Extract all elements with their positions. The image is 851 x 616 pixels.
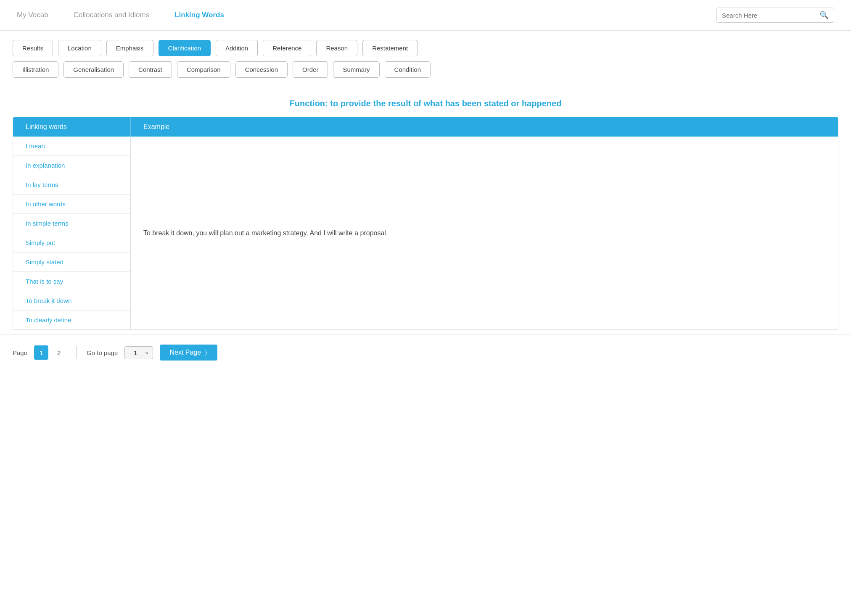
- cat-illustration[interactable]: Illistration: [13, 61, 58, 78]
- next-page-button[interactable]: Next Page 〉: [160, 345, 218, 361]
- word-in-simple-terms[interactable]: In simple terms: [13, 214, 130, 233]
- word-to-clearly-define[interactable]: To clearly define: [13, 311, 130, 329]
- table-header: Linking words Example: [13, 117, 838, 137]
- category-row-2: Illistration Generalisation Contrast Com…: [13, 61, 838, 78]
- page-numbers: 1 2: [34, 345, 66, 360]
- word-that-is-to-say[interactable]: That is to say: [13, 272, 130, 291]
- word-to-break-it-down[interactable]: To break it down: [13, 291, 130, 311]
- function-heading: Function: to provide the result of what …: [0, 99, 851, 108]
- top-nav: My Vocab Collocations and Idioms Linking…: [0, 0, 851, 31]
- word-in-lay-terms[interactable]: In lay terms: [13, 175, 130, 195]
- cat-emphasis[interactable]: Emphasis: [106, 40, 153, 56]
- page-1-button[interactable]: 1: [34, 345, 48, 360]
- cat-summary[interactable]: Summary: [333, 61, 379, 78]
- go-to-arrows-icon[interactable]: »: [145, 350, 148, 356]
- nav-linking-words[interactable]: Linking Words: [174, 11, 224, 19]
- cat-location[interactable]: Location: [58, 40, 101, 56]
- word-i-mean[interactable]: I mean: [13, 137, 130, 156]
- nav-links: My Vocab Collocations and Idioms Linking…: [17, 11, 716, 19]
- cat-reason[interactable]: Reason: [316, 40, 357, 56]
- words-column: I mean In explanation In lay terms In ot…: [13, 137, 131, 329]
- cat-generalisation[interactable]: Generalisation: [63, 61, 124, 78]
- categories: Results Location Emphasis Clarification …: [0, 31, 851, 87]
- word-in-other-words[interactable]: In other words: [13, 195, 130, 214]
- next-page-label: Next Page: [170, 349, 201, 356]
- table-container: Linking words Example I mean In explanat…: [13, 117, 838, 330]
- cat-addition[interactable]: Addition: [216, 40, 258, 56]
- search-icon[interactable]: 🔍: [819, 11, 829, 20]
- cat-contrast[interactable]: Contrast: [129, 61, 172, 78]
- nav-my-vocab[interactable]: My Vocab: [17, 11, 48, 19]
- table-col-words-header: Linking words: [13, 117, 131, 137]
- cat-reference[interactable]: Reference: [263, 40, 311, 56]
- word-in-explanation[interactable]: In explanation: [13, 156, 130, 175]
- search-input[interactable]: [722, 12, 819, 19]
- page-2-button[interactable]: 2: [52, 345, 66, 360]
- nav-collocations[interactable]: Collocations and Idioms: [74, 11, 149, 19]
- go-to-input[interactable]: [129, 349, 142, 356]
- word-simply-stated[interactable]: Simply stated: [13, 253, 130, 272]
- table-col-example-header: Example: [131, 117, 838, 137]
- table-body: I mean In explanation In lay terms In ot…: [13, 137, 838, 329]
- go-to-input-container: »: [124, 346, 153, 359]
- cat-order[interactable]: Order: [293, 61, 328, 78]
- word-simply-put[interactable]: Simply put: [13, 233, 130, 253]
- category-row-1: Results Location Emphasis Clarification …: [13, 40, 838, 56]
- cat-comparison[interactable]: Comparison: [177, 61, 230, 78]
- example-text: To break it down, you will plan out a ma…: [143, 228, 388, 239]
- search-container: 🔍: [716, 8, 834, 23]
- cat-condition[interactable]: Condition: [385, 61, 431, 78]
- cat-clarification[interactable]: Clarification: [159, 40, 211, 56]
- next-chevron-icon: 〉: [205, 349, 207, 356]
- page-label: Page: [13, 349, 27, 356]
- example-column: To break it down, you will plan out a ma…: [131, 137, 838, 329]
- cat-results[interactable]: Results: [13, 40, 53, 56]
- pagination-divider: [76, 346, 77, 359]
- cat-concession[interactable]: Concession: [235, 61, 288, 78]
- go-to-label: Go to page: [87, 349, 118, 356]
- cat-restatement[interactable]: Restatement: [362, 40, 418, 56]
- pagination: Page 1 2 Go to page » Next Page 〉: [0, 334, 851, 371]
